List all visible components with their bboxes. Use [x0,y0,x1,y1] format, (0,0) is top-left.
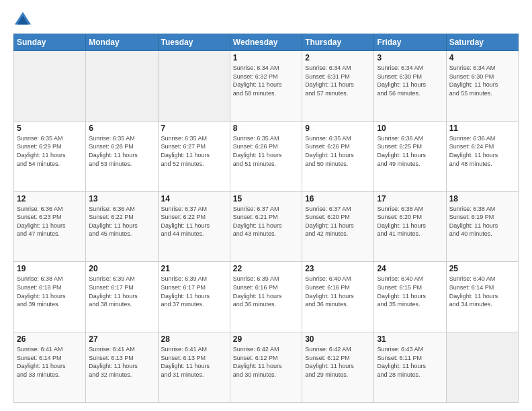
calendar-cell: 23Sunrise: 6:40 AM Sunset: 6:16 PM Dayli… [302,262,374,332]
logo [13,11,35,30]
day-number: 10 [377,124,443,133]
calendar-cell: 20Sunrise: 6:39 AM Sunset: 6:17 PM Dayli… [86,262,158,332]
day-info: Sunrise: 6:34 AM Sunset: 6:30 PM Dayligh… [449,64,515,97]
day-number: 5 [17,124,83,133]
day-number: 22 [233,264,299,273]
day-info: Sunrise: 6:36 AM Sunset: 6:25 PM Dayligh… [377,134,443,168]
day-info: Sunrise: 6:41 AM Sunset: 6:14 PM Dayligh… [17,345,83,379]
day-number: 19 [17,264,83,273]
day-number: 2 [305,53,371,62]
calendar-cell: 1Sunrise: 6:34 AM Sunset: 6:32 PM Daylig… [230,51,302,122]
calendar-cell: 31Sunrise: 6:43 AM Sunset: 6:11 PM Dayli… [374,332,446,403]
calendar-cell: 15Sunrise: 6:37 AM Sunset: 6:21 PM Dayli… [230,191,302,262]
day-number: 1 [233,53,299,62]
calendar-cell: 30Sunrise: 6:42 AM Sunset: 6:12 PM Dayli… [302,332,374,403]
weekday-header: Friday [374,34,446,51]
day-info: Sunrise: 6:37 AM Sunset: 6:20 PM Dayligh… [305,205,371,238]
day-info: Sunrise: 6:41 AM Sunset: 6:13 PM Dayligh… [161,345,227,379]
day-info: Sunrise: 6:34 AM Sunset: 6:30 PM Dayligh… [377,64,443,97]
day-info: Sunrise: 6:43 AM Sunset: 6:11 PM Dayligh… [377,345,443,379]
calendar-cell: 3Sunrise: 6:34 AM Sunset: 6:30 PM Daylig… [374,51,446,122]
day-number: 9 [305,124,371,133]
day-info: Sunrise: 6:40 AM Sunset: 6:16 PM Dayligh… [305,275,371,308]
day-info: Sunrise: 6:35 AM Sunset: 6:26 PM Dayligh… [233,134,299,168]
header [13,11,519,30]
calendar-cell: 14Sunrise: 6:37 AM Sunset: 6:22 PM Dayli… [158,191,230,262]
day-info: Sunrise: 6:40 AM Sunset: 6:15 PM Dayligh… [377,275,443,308]
day-number: 21 [161,264,227,273]
calendar-cell: 25Sunrise: 6:40 AM Sunset: 6:14 PM Dayli… [446,262,518,332]
weekday-header: Tuesday [158,34,230,51]
day-info: Sunrise: 6:35 AM Sunset: 6:26 PM Dayligh… [305,134,371,168]
calendar-cell [446,332,518,403]
calendar-cell: 8Sunrise: 6:35 AM Sunset: 6:26 PM Daylig… [230,121,302,191]
calendar-week-row: 19Sunrise: 6:38 AM Sunset: 6:18 PM Dayli… [14,262,519,332]
calendar-cell: 7Sunrise: 6:35 AM Sunset: 6:27 PM Daylig… [158,121,230,191]
calendar-week-row: 5Sunrise: 6:35 AM Sunset: 6:29 PM Daylig… [14,121,519,191]
calendar-table: SundayMondayTuesdayWednesdayThursdayFrid… [13,34,519,403]
calendar-header: SundayMondayTuesdayWednesdayThursdayFrid… [14,34,519,51]
day-info: Sunrise: 6:39 AM Sunset: 6:17 PM Dayligh… [161,275,227,308]
day-info: Sunrise: 6:35 AM Sunset: 6:27 PM Dayligh… [161,134,227,168]
calendar-cell: 18Sunrise: 6:38 AM Sunset: 6:19 PM Dayli… [446,191,518,262]
day-info: Sunrise: 6:37 AM Sunset: 6:22 PM Dayligh… [161,205,227,238]
weekday-header: Saturday [446,34,518,51]
day-number: 27 [89,334,154,344]
day-number: 24 [377,264,443,273]
day-number: 28 [161,334,227,344]
day-number: 3 [377,53,443,62]
calendar-cell: 19Sunrise: 6:38 AM Sunset: 6:18 PM Dayli… [14,262,86,332]
day-info: Sunrise: 6:38 AM Sunset: 6:19 PM Dayligh… [449,205,515,238]
day-info: Sunrise: 6:38 AM Sunset: 6:18 PM Dayligh… [17,275,83,308]
logo-icon [13,11,32,30]
calendar-cell [158,51,230,122]
day-number: 29 [233,334,299,344]
calendar-cell: 24Sunrise: 6:40 AM Sunset: 6:15 PM Dayli… [374,262,446,332]
day-number: 20 [89,264,154,273]
calendar-cell: 5Sunrise: 6:35 AM Sunset: 6:29 PM Daylig… [14,121,86,191]
day-info: Sunrise: 6:34 AM Sunset: 6:31 PM Dayligh… [305,64,371,97]
calendar-cell: 27Sunrise: 6:41 AM Sunset: 6:13 PM Dayli… [86,332,158,403]
calendar-cell: 17Sunrise: 6:38 AM Sunset: 6:20 PM Dayli… [374,191,446,262]
day-number: 8 [233,124,299,133]
weekday-header: Sunday [14,34,86,51]
day-info: Sunrise: 6:42 AM Sunset: 6:12 PM Dayligh… [233,345,299,379]
day-number: 4 [449,53,515,62]
calendar-cell [14,51,86,122]
day-number: 7 [161,124,227,133]
weekday-header: Wednesday [230,34,302,51]
day-number: 17 [377,194,443,203]
calendar-week-row: 12Sunrise: 6:36 AM Sunset: 6:23 PM Dayli… [14,191,519,262]
day-number: 26 [17,334,83,344]
day-number: 16 [305,194,371,203]
calendar-cell: 6Sunrise: 6:35 AM Sunset: 6:28 PM Daylig… [86,121,158,191]
calendar-cell: 2Sunrise: 6:34 AM Sunset: 6:31 PM Daylig… [302,51,374,122]
day-info: Sunrise: 6:36 AM Sunset: 6:22 PM Dayligh… [89,205,154,238]
calendar-cell: 11Sunrise: 6:36 AM Sunset: 6:24 PM Dayli… [446,121,518,191]
day-number: 11 [449,124,515,133]
day-number: 25 [449,264,515,273]
calendar-cell: 22Sunrise: 6:39 AM Sunset: 6:16 PM Dayli… [230,262,302,332]
day-info: Sunrise: 6:42 AM Sunset: 6:12 PM Dayligh… [305,345,371,379]
day-number: 12 [17,194,83,203]
day-info: Sunrise: 6:37 AM Sunset: 6:21 PM Dayligh… [233,205,299,238]
day-info: Sunrise: 6:39 AM Sunset: 6:16 PM Dayligh… [233,275,299,308]
calendar-cell: 29Sunrise: 6:42 AM Sunset: 6:12 PM Dayli… [230,332,302,403]
calendar-cell: 9Sunrise: 6:35 AM Sunset: 6:26 PM Daylig… [302,121,374,191]
day-info: Sunrise: 6:35 AM Sunset: 6:29 PM Dayligh… [17,134,83,168]
day-info: Sunrise: 6:38 AM Sunset: 6:20 PM Dayligh… [377,205,443,238]
calendar-cell: 13Sunrise: 6:36 AM Sunset: 6:22 PM Dayli… [86,191,158,262]
day-info: Sunrise: 6:36 AM Sunset: 6:24 PM Dayligh… [449,134,515,168]
calendar-week-row: 26Sunrise: 6:41 AM Sunset: 6:14 PM Dayli… [14,332,519,403]
day-info: Sunrise: 6:34 AM Sunset: 6:32 PM Dayligh… [233,64,299,97]
weekday-header: Thursday [302,34,374,51]
day-info: Sunrise: 6:35 AM Sunset: 6:28 PM Dayligh… [89,134,154,168]
calendar-body: 1Sunrise: 6:34 AM Sunset: 6:32 PM Daylig… [14,51,519,403]
day-number: 6 [89,124,154,133]
day-info: Sunrise: 6:36 AM Sunset: 6:23 PM Dayligh… [17,205,83,238]
calendar-cell: 28Sunrise: 6:41 AM Sunset: 6:13 PM Dayli… [158,332,230,403]
calendar-cell: 4Sunrise: 6:34 AM Sunset: 6:30 PM Daylig… [446,51,518,122]
day-number: 23 [305,264,371,273]
day-info: Sunrise: 6:39 AM Sunset: 6:17 PM Dayligh… [89,275,154,308]
calendar-cell: 16Sunrise: 6:37 AM Sunset: 6:20 PM Dayli… [302,191,374,262]
